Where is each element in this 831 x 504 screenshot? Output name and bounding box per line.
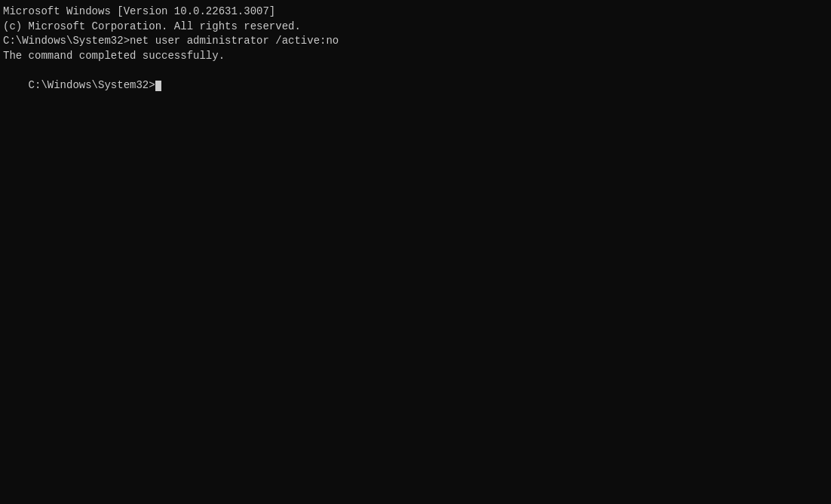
terminal-line-5: The command completed successfully.	[3, 49, 828, 64]
terminal-prompt: C:\Windows\System32>	[29, 79, 155, 91]
terminal-prompt-line[interactable]: C:\Windows\System32>	[3, 63, 828, 108]
terminal-line-4: C:\Windows\System32>net user administrat…	[3, 34, 828, 49]
terminal-window[interactable]: Microsoft Windows [Version 10.0.22631.30…	[0, 0, 831, 504]
terminal-cursor	[155, 81, 161, 91]
terminal-line-1: Microsoft Windows [Version 10.0.22631.30…	[3, 5, 828, 20]
terminal-line-2: (c) Microsoft Corporation. All rights re…	[3, 20, 828, 35]
